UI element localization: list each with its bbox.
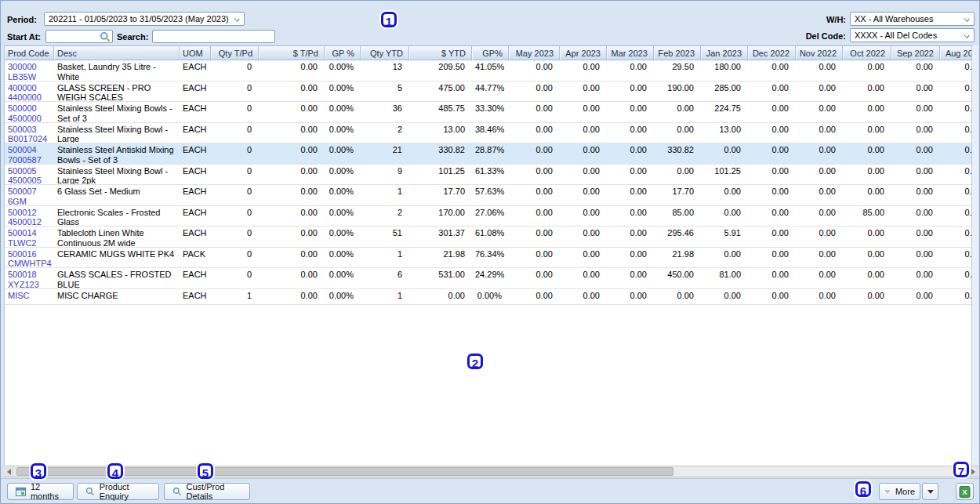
table-cell: 531.00 xyxy=(409,268,472,288)
prod-code-link[interactable]: 4000004400000 xyxy=(5,82,54,102)
table-cell: 0 xyxy=(211,143,259,164)
table-cell: 17.70 xyxy=(654,185,701,205)
column-header[interactable]: Desc xyxy=(54,46,180,60)
column-header[interactable]: Nov 2022 xyxy=(796,46,843,60)
scroll-right-button[interactable] xyxy=(967,466,979,477)
table-cell: 0.00 xyxy=(654,289,701,304)
table-cell: 0.00% xyxy=(325,123,361,143)
column-header[interactable]: Aug 2022 xyxy=(940,46,971,60)
table-cell: GLASS SCALES - FROSTED BLUE xyxy=(54,268,180,288)
prod-code-link[interactable]: MISC xyxy=(5,289,54,304)
product-enquiry-button[interactable]: Product Enquiry xyxy=(77,483,159,500)
export-excel-button[interactable]: X xyxy=(956,483,974,500)
column-header[interactable]: Mar 2023 xyxy=(607,46,654,60)
table-cell: 0.00 xyxy=(259,248,325,268)
table-cell: 0.00 xyxy=(796,123,843,143)
column-header[interactable]: Qty YTD xyxy=(361,46,409,60)
table-cell: EACH xyxy=(180,165,211,185)
table-cell: 0.00 xyxy=(701,143,748,164)
table-cell: 13.00 xyxy=(409,123,472,143)
column-header[interactable]: Feb 2023 xyxy=(654,46,701,60)
column-header[interactable]: Oct 2022 xyxy=(843,46,891,60)
table-cell: 0.00 xyxy=(843,248,891,268)
prod-code-link[interactable]: 500016CMWHTP4 xyxy=(5,248,54,268)
column-header[interactable]: Jan 2023 xyxy=(701,46,748,60)
table-cell: EACH xyxy=(180,289,211,304)
table-cell: 0.00 xyxy=(509,143,560,164)
table-row[interactable]: 5000076GM6 Glass Set - MediumEACH00.000.… xyxy=(5,185,971,206)
table-cell: 0.00 xyxy=(259,289,325,304)
column-header[interactable]: $ YTD xyxy=(409,46,472,60)
prod-code-link[interactable]: 5000047000587 xyxy=(5,143,54,164)
table-cell: 224.75 xyxy=(701,102,748,122)
table-cell: 0 xyxy=(211,227,259,247)
table-row[interactable]: 5000124500012Electronic Scales - Frosted… xyxy=(5,206,971,227)
scroll-left-button[interactable] xyxy=(3,466,15,477)
table-cell: 330.82 xyxy=(409,143,472,164)
table-cell: 0.00 xyxy=(843,143,891,164)
column-header[interactable]: Qty T/Pd xyxy=(211,46,259,60)
column-header[interactable]: Apr 2023 xyxy=(560,46,607,60)
prod-code-link[interactable]: 300000LB35W xyxy=(5,60,54,81)
table-cell: 9 xyxy=(361,165,409,185)
table-cell: 0.00% xyxy=(325,165,361,185)
search-magnifier-icon[interactable] xyxy=(100,31,111,45)
more-dropdown-arrow-button[interactable] xyxy=(922,483,938,500)
table-cell: 0.00 xyxy=(796,206,843,227)
table-cell: 0.00 xyxy=(891,102,940,122)
column-header[interactable]: $ T/Pd xyxy=(259,46,325,60)
table-cell: EACH xyxy=(180,60,211,81)
table-cell: 0.00 xyxy=(796,289,843,304)
vertical-scrollbar[interactable] xyxy=(971,45,978,466)
table-cell: 0.00 xyxy=(748,165,796,185)
table-cell: 0.00 xyxy=(843,60,891,81)
horizontal-scrollbar[interactable] xyxy=(3,466,979,477)
prod-code-link[interactable]: 5000124500012 xyxy=(5,206,54,227)
period-select[interactable]: 202211 - 01/05/2023 to 31/05/2023 (May 2… xyxy=(44,12,245,26)
twelve-months-button[interactable]: 12 months xyxy=(7,483,74,500)
warehouse-select[interactable]: XX - All Warehouses xyxy=(850,12,975,26)
table-cell: Basket, Laundry 35 Litre - White xyxy=(54,60,180,81)
prod-code-link[interactable]: 5000004500000 xyxy=(5,102,54,122)
table-cell: 0.00 xyxy=(560,289,607,304)
table-row[interactable]: 500014TLWC2Tablecloth Linen White Contin… xyxy=(5,227,971,248)
prod-code-link[interactable]: 5000076GM xyxy=(5,185,54,205)
table-cell: 0.00 xyxy=(748,268,796,288)
table-row[interactable]: 5000054500005Stainless Steel Mixing Bowl… xyxy=(5,165,971,186)
column-header[interactable]: Dec 2022 xyxy=(748,46,796,60)
prod-code-link[interactable]: 5000054500005 xyxy=(5,165,54,185)
column-header[interactable]: GP% xyxy=(472,46,509,60)
prod-code-link[interactable]: 500003B0017024 xyxy=(5,123,54,143)
table-cell: 0.00 xyxy=(891,206,940,227)
prod-code-link[interactable]: 500018XYZ123 xyxy=(5,268,54,288)
search-input[interactable] xyxy=(152,30,275,43)
more-button[interactable]: More xyxy=(879,483,920,500)
prod-code-link[interactable]: 500014TLWC2 xyxy=(5,227,54,247)
column-header[interactable]: Sep 2022 xyxy=(891,46,940,60)
callout-1: 1 xyxy=(381,12,397,27)
period-select-value: 202211 - 01/05/2023 to 31/05/2023 (May 2… xyxy=(49,14,229,24)
table-cell: 0.00 xyxy=(607,143,654,164)
callout-7: 7 xyxy=(953,462,969,477)
column-header[interactable]: Prod Code xyxy=(5,46,54,60)
table-row[interactable]: 5000004500000Stainless Steel Mixing Bowl… xyxy=(5,102,971,123)
start-at-label: Start At: xyxy=(7,32,41,42)
table-cell: 0.00 xyxy=(748,289,796,304)
table-row[interactable]: 500003B0017024Stainless Steel Mixing Bow… xyxy=(5,123,971,144)
table-cell: 0.00 xyxy=(654,102,701,122)
table-row[interactable]: 5000047000587Stainless Steel Antiskid Mi… xyxy=(5,143,971,165)
table-row[interactable]: 300000LB35WBasket, Laundry 35 Litre - Wh… xyxy=(5,60,971,82)
table-row[interactable]: 500016CMWHTP4CERAMIC MUGS WHITE PK4PACK0… xyxy=(5,248,971,269)
table-row[interactable]: MISCMISC CHARGEEACH10.000.00%10.000.00%0… xyxy=(5,289,971,305)
column-header[interactable]: UOM xyxy=(180,46,211,60)
table-row[interactable]: 500018XYZ123GLASS SCALES - FROSTED BLUEE… xyxy=(5,268,971,289)
table-cell: 475.00 xyxy=(409,82,472,102)
del-code-select[interactable]: XXXX - All Del Codes xyxy=(850,28,975,42)
table-cell: 57.63% xyxy=(472,185,509,205)
column-header[interactable]: May 2023 xyxy=(509,46,560,60)
table-cell: 0.00 xyxy=(843,268,891,288)
column-header[interactable]: GP % xyxy=(325,46,361,60)
table-cell: 0.00 xyxy=(607,123,654,143)
cust-prod-details-button[interactable]: Cust/Prod Details xyxy=(164,483,250,500)
table-row[interactable]: 4000004400000GLASS SCREEN - PRO WEIGH SC… xyxy=(5,82,971,103)
